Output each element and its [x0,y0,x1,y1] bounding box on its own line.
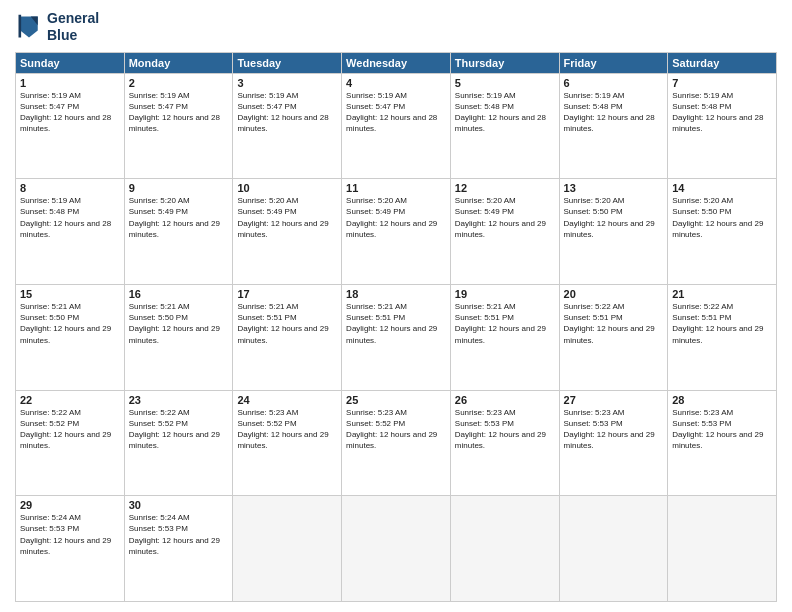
day-number: 11 [346,182,446,194]
day-number: 7 [672,77,772,89]
day-info: Sunrise: 5:20 AMSunset: 5:49 PMDaylight:… [129,195,229,240]
calendar-cell: 21 Sunrise: 5:22 AMSunset: 5:51 PMDaylig… [668,284,777,390]
day-info: Sunrise: 5:19 AMSunset: 5:48 PMDaylight:… [455,90,555,135]
calendar-cell: 8 Sunrise: 5:19 AMSunset: 5:48 PMDayligh… [16,179,125,285]
day-number: 27 [564,394,664,406]
calendar-cell: 23 Sunrise: 5:22 AMSunset: 5:52 PMDaylig… [124,390,233,496]
day-info: Sunrise: 5:24 AMSunset: 5:53 PMDaylight:… [129,512,229,557]
day-info: Sunrise: 5:23 AMSunset: 5:53 PMDaylight:… [564,407,664,452]
day-number: 24 [237,394,337,406]
calendar-cell: 17 Sunrise: 5:21 AMSunset: 5:51 PMDaylig… [233,284,342,390]
calendar-week-3: 15 Sunrise: 5:21 AMSunset: 5:50 PMDaylig… [16,284,777,390]
day-number: 21 [672,288,772,300]
day-info: Sunrise: 5:20 AMSunset: 5:49 PMDaylight:… [455,195,555,240]
calendar-cell: 22 Sunrise: 5:22 AMSunset: 5:52 PMDaylig… [16,390,125,496]
day-number: 15 [20,288,120,300]
day-info: Sunrise: 5:22 AMSunset: 5:51 PMDaylight:… [564,301,664,346]
calendar-cell: 13 Sunrise: 5:20 AMSunset: 5:50 PMDaylig… [559,179,668,285]
calendar-week-2: 8 Sunrise: 5:19 AMSunset: 5:48 PMDayligh… [16,179,777,285]
day-number: 12 [455,182,555,194]
logo-text: General Blue [47,10,99,44]
calendar-cell [342,496,451,602]
day-info: Sunrise: 5:21 AMSunset: 5:50 PMDaylight:… [129,301,229,346]
day-info: Sunrise: 5:20 AMSunset: 5:49 PMDaylight:… [237,195,337,240]
day-number: 13 [564,182,664,194]
calendar-cell: 11 Sunrise: 5:20 AMSunset: 5:49 PMDaylig… [342,179,451,285]
day-number: 14 [672,182,772,194]
calendar-cell: 24 Sunrise: 5:23 AMSunset: 5:52 PMDaylig… [233,390,342,496]
calendar-cell: 26 Sunrise: 5:23 AMSunset: 5:53 PMDaylig… [450,390,559,496]
day-info: Sunrise: 5:21 AMSunset: 5:51 PMDaylight:… [455,301,555,346]
day-number: 4 [346,77,446,89]
day-number: 22 [20,394,120,406]
calendar-cell: 9 Sunrise: 5:20 AMSunset: 5:49 PMDayligh… [124,179,233,285]
calendar-cell: 20 Sunrise: 5:22 AMSunset: 5:51 PMDaylig… [559,284,668,390]
day-number: 1 [20,77,120,89]
day-number: 16 [129,288,229,300]
day-info: Sunrise: 5:22 AMSunset: 5:51 PMDaylight:… [672,301,772,346]
calendar-cell: 1 Sunrise: 5:19 AMSunset: 5:47 PMDayligh… [16,73,125,179]
calendar-cell: 29 Sunrise: 5:24 AMSunset: 5:53 PMDaylig… [16,496,125,602]
day-number: 8 [20,182,120,194]
day-info: Sunrise: 5:19 AMSunset: 5:47 PMDaylight:… [237,90,337,135]
calendar-cell [233,496,342,602]
calendar-table: SundayMondayTuesdayWednesdayThursdayFrid… [15,52,777,602]
day-info: Sunrise: 5:20 AMSunset: 5:50 PMDaylight:… [672,195,772,240]
calendar-cell: 2 Sunrise: 5:19 AMSunset: 5:47 PMDayligh… [124,73,233,179]
calendar-cell [450,496,559,602]
weekday-row: SundayMondayTuesdayWednesdayThursdayFrid… [16,52,777,73]
day-number: 29 [20,499,120,511]
calendar-cell: 12 Sunrise: 5:20 AMSunset: 5:49 PMDaylig… [450,179,559,285]
calendar-header: SundayMondayTuesdayWednesdayThursdayFrid… [16,52,777,73]
calendar-week-5: 29 Sunrise: 5:24 AMSunset: 5:53 PMDaylig… [16,496,777,602]
calendar-cell: 19 Sunrise: 5:21 AMSunset: 5:51 PMDaylig… [450,284,559,390]
day-info: Sunrise: 5:19 AMSunset: 5:47 PMDaylight:… [20,90,120,135]
day-info: Sunrise: 5:21 AMSunset: 5:51 PMDaylight:… [237,301,337,346]
day-number: 18 [346,288,446,300]
calendar-cell: 14 Sunrise: 5:20 AMSunset: 5:50 PMDaylig… [668,179,777,285]
day-info: Sunrise: 5:22 AMSunset: 5:52 PMDaylight:… [129,407,229,452]
calendar-cell: 4 Sunrise: 5:19 AMSunset: 5:47 PMDayligh… [342,73,451,179]
weekday-header-sunday: Sunday [16,52,125,73]
calendar-cell: 16 Sunrise: 5:21 AMSunset: 5:50 PMDaylig… [124,284,233,390]
day-number: 23 [129,394,229,406]
day-number: 6 [564,77,664,89]
svg-rect-3 [19,15,22,38]
calendar-cell: 6 Sunrise: 5:19 AMSunset: 5:48 PMDayligh… [559,73,668,179]
day-number: 30 [129,499,229,511]
calendar-cell [559,496,668,602]
day-info: Sunrise: 5:23 AMSunset: 5:52 PMDaylight:… [346,407,446,452]
day-number: 19 [455,288,555,300]
weekday-header-saturday: Saturday [668,52,777,73]
calendar-page: General Blue SundayMondayTuesdayWednesda… [0,0,792,612]
day-number: 5 [455,77,555,89]
calendar-cell: 27 Sunrise: 5:23 AMSunset: 5:53 PMDaylig… [559,390,668,496]
calendar-week-1: 1 Sunrise: 5:19 AMSunset: 5:47 PMDayligh… [16,73,777,179]
weekday-header-monday: Monday [124,52,233,73]
weekday-header-wednesday: Wednesday [342,52,451,73]
day-number: 17 [237,288,337,300]
day-info: Sunrise: 5:21 AMSunset: 5:50 PMDaylight:… [20,301,120,346]
day-info: Sunrise: 5:19 AMSunset: 5:48 PMDaylight:… [564,90,664,135]
day-info: Sunrise: 5:23 AMSunset: 5:53 PMDaylight:… [672,407,772,452]
calendar-body: 1 Sunrise: 5:19 AMSunset: 5:47 PMDayligh… [16,73,777,601]
day-info: Sunrise: 5:19 AMSunset: 5:48 PMDaylight:… [20,195,120,240]
calendar-cell: 15 Sunrise: 5:21 AMSunset: 5:50 PMDaylig… [16,284,125,390]
day-info: Sunrise: 5:20 AMSunset: 5:49 PMDaylight:… [346,195,446,240]
day-info: Sunrise: 5:23 AMSunset: 5:53 PMDaylight:… [455,407,555,452]
day-info: Sunrise: 5:19 AMSunset: 5:48 PMDaylight:… [672,90,772,135]
calendar-cell: 25 Sunrise: 5:23 AMSunset: 5:52 PMDaylig… [342,390,451,496]
day-number: 9 [129,182,229,194]
day-number: 20 [564,288,664,300]
day-info: Sunrise: 5:19 AMSunset: 5:47 PMDaylight:… [129,90,229,135]
calendar-cell: 7 Sunrise: 5:19 AMSunset: 5:48 PMDayligh… [668,73,777,179]
calendar-week-4: 22 Sunrise: 5:22 AMSunset: 5:52 PMDaylig… [16,390,777,496]
day-number: 28 [672,394,772,406]
calendar-cell: 18 Sunrise: 5:21 AMSunset: 5:51 PMDaylig… [342,284,451,390]
calendar-cell [668,496,777,602]
day-info: Sunrise: 5:24 AMSunset: 5:53 PMDaylight:… [20,512,120,557]
weekday-header-friday: Friday [559,52,668,73]
calendar-cell: 5 Sunrise: 5:19 AMSunset: 5:48 PMDayligh… [450,73,559,179]
day-number: 3 [237,77,337,89]
day-info: Sunrise: 5:21 AMSunset: 5:51 PMDaylight:… [346,301,446,346]
